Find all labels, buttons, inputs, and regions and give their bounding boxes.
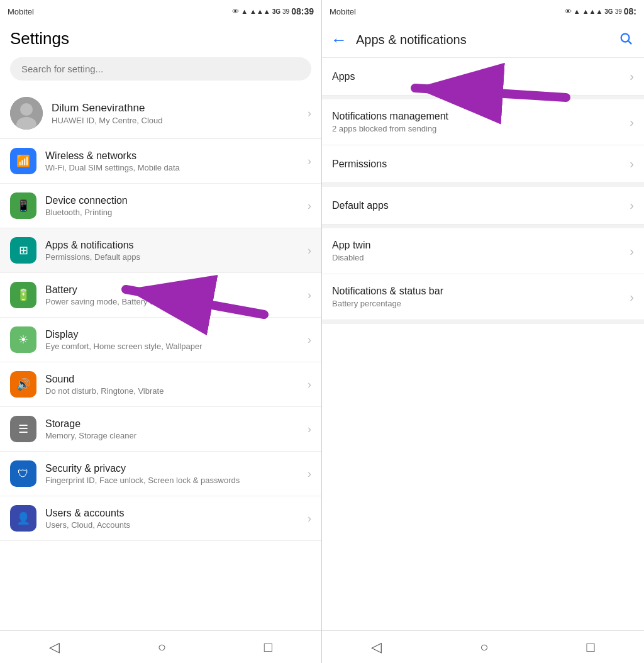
setting-subtitle-wireless: Wi-Fi, Dual SIM settings, Mobile data bbox=[45, 163, 303, 172]
right-item-text-app-twin: App twin Disabled bbox=[332, 240, 625, 262]
nav-back-right[interactable]: ◁ bbox=[358, 634, 394, 660]
setting-text-sound: Sound Do not disturb, Ringtone, Vibrate bbox=[45, 374, 303, 396]
right-chevron-notifications-management: › bbox=[630, 115, 634, 130]
svg-point-1 bbox=[20, 103, 33, 116]
eye-icon-r: 👁 bbox=[565, 8, 572, 15]
time-right: 08: bbox=[624, 6, 636, 16]
setting-subtitle-battery: Power saving mode, Battery usage bbox=[45, 297, 303, 306]
right-chevron-apps: › bbox=[630, 69, 634, 84]
wifi-icon-r: ▲ bbox=[574, 8, 580, 15]
carrier-left: Mobitel bbox=[8, 7, 34, 16]
nav-back-left[interactable]: ◁ bbox=[36, 634, 72, 660]
right-item-notifications-status-bar[interactable]: Notifications & status bar Battery perce… bbox=[322, 274, 644, 320]
right-chevron-notifications-status-bar: › bbox=[630, 290, 634, 304]
icon-battery: 🔋 bbox=[10, 282, 36, 308]
right-item-title-app-twin: App twin bbox=[332, 240, 625, 251]
page-title: Settings bbox=[10, 29, 311, 48]
right-item-app-twin[interactable]: App twin Disabled › bbox=[322, 228, 644, 274]
setting-text-security: Security & privacy Fingerprint ID, Face … bbox=[45, 463, 303, 485]
chevron-apps: › bbox=[308, 244, 311, 257]
right-item-notifications-management[interactable]: Notifications management 2 apps blocked … bbox=[322, 99, 644, 145]
right-item-text-notifications-management: Notifications management 2 apps blocked … bbox=[332, 111, 625, 133]
search-icon-button[interactable] bbox=[613, 26, 639, 54]
setting-title-display: Display bbox=[45, 329, 303, 340]
setting-item-wireless[interactable]: 📶 Wireless & networks Wi-Fi, Dual SIM se… bbox=[0, 139, 321, 184]
right-item-subtitle-notifications-status-bar: Battery percentage bbox=[332, 299, 625, 308]
setting-subtitle-device: Bluetooth, Printing bbox=[45, 208, 303, 217]
right-item-title-apps: Apps bbox=[332, 71, 625, 82]
setting-item-sound[interactable]: 🔊 Sound Do not disturb, Ringtone, Vibrat… bbox=[0, 362, 321, 407]
nav-recent-left[interactable]: □ bbox=[252, 634, 285, 660]
setting-text-wireless: Wireless & networks Wi-Fi, Dual SIM sett… bbox=[45, 150, 303, 172]
chevron-device: › bbox=[308, 199, 311, 213]
bottom-nav-left: ◁ ○ □ bbox=[0, 630, 321, 663]
right-item-apps[interactable]: Apps › bbox=[322, 58, 644, 96]
right-item-permissions[interactable]: Permissions › bbox=[322, 145, 644, 183]
right-item-subtitle-notifications-management: 2 apps blocked from sending bbox=[332, 124, 625, 133]
setting-title-storage: Storage bbox=[45, 418, 303, 430]
right-panel: Mobitel 👁 ▲ ▲▲▲ 3G 39 08: ← Apps & notif… bbox=[322, 0, 644, 663]
setting-item-users[interactable]: 👤 Users & accounts Users, Cloud, Account… bbox=[0, 496, 321, 541]
icon-users: 👤 bbox=[10, 505, 36, 532]
signal-icon-r: ▲▲▲ bbox=[582, 8, 603, 15]
right-item-text-default-apps: Default apps bbox=[332, 200, 625, 211]
search-input[interactable] bbox=[10, 57, 311, 81]
icon-device: 📱 bbox=[10, 192, 36, 219]
network-icon: 3G bbox=[272, 8, 280, 15]
nav-home-left[interactable]: ○ bbox=[145, 634, 179, 660]
right-item-default-apps[interactable]: Default apps › bbox=[322, 187, 644, 225]
wifi-icon: ▲ bbox=[241, 8, 248, 15]
right-item-text-apps: Apps bbox=[332, 71, 625, 82]
setting-title-wireless: Wireless & networks bbox=[45, 150, 303, 162]
setting-subtitle-storage: Memory, Storage cleaner bbox=[45, 431, 303, 440]
icon-sound: 🔊 bbox=[10, 371, 36, 398]
setting-text-users: Users & accounts Users, Cloud, Accounts bbox=[45, 508, 303, 530]
icon-display: ☀ bbox=[10, 326, 36, 353]
icon-apps: ⊞ bbox=[10, 237, 36, 264]
right-section-0: Apps › bbox=[322, 58, 644, 99]
setting-subtitle-apps: Permissions, Default apps bbox=[45, 252, 303, 262]
setting-title-security: Security & privacy bbox=[45, 463, 303, 474]
setting-title-apps: Apps & notifications bbox=[45, 240, 303, 251]
setting-item-battery[interactable]: 🔋 Battery Power saving mode, Battery usa… bbox=[0, 273, 321, 318]
setting-item-security[interactable]: 🛡 Security & privacy Fingerprint ID, Fac… bbox=[0, 452, 321, 496]
nav-recent-right[interactable]: □ bbox=[574, 634, 608, 660]
chevron-battery: › bbox=[308, 289, 311, 302]
search-bar[interactable] bbox=[0, 57, 321, 88]
network-icon-r: 3G bbox=[604, 8, 613, 15]
battery-icon: 39 bbox=[282, 8, 289, 15]
icon-security: 🛡 bbox=[10, 460, 36, 487]
status-bar-right: Mobitel 👁 ▲ ▲▲▲ 3G 39 08: bbox=[322, 0, 644, 23]
setting-text-battery: Battery Power saving mode, Battery usage bbox=[45, 284, 303, 306]
setting-subtitle-display: Eye comfort, Home screen style, Wallpape… bbox=[45, 342, 303, 351]
settings-list: Dilum Senevirathne HUAWEI ID, My Centre,… bbox=[0, 88, 321, 630]
setting-item-display[interactable]: ☀ Display Eye comfort, Home screen style… bbox=[0, 318, 321, 362]
carrier-right: Mobitel bbox=[330, 7, 356, 16]
bottom-nav-right: ◁ ○ □ bbox=[322, 630, 644, 663]
profile-chevron: › bbox=[308, 107, 311, 120]
left-panel: Mobitel 👁 ▲ ▲▲▲ 3G 39 08:39 Settings bbox=[0, 0, 322, 663]
setting-subtitle-users: Users, Cloud, Accounts bbox=[45, 520, 303, 530]
right-item-text-permissions: Permissions bbox=[332, 159, 625, 170]
right-item-title-default-apps: Default apps bbox=[332, 200, 625, 211]
profile-subtitle: HUAWEI ID, My Centre, Cloud bbox=[52, 116, 303, 125]
chevron-wireless: › bbox=[308, 155, 311, 168]
profile-item[interactable]: Dilum Senevirathne HUAWEI ID, My Centre,… bbox=[0, 88, 321, 139]
setting-text-apps: Apps & notifications Permissions, Defaul… bbox=[45, 240, 303, 262]
icon-storage: ☰ bbox=[10, 416, 36, 442]
status-icons-left: 👁 ▲ ▲▲▲ 3G 39 08:39 bbox=[232, 6, 314, 16]
left-items-container: 📶 Wireless & networks Wi-Fi, Dual SIM se… bbox=[0, 139, 321, 541]
right-header: ← Apps & notifications bbox=[322, 23, 644, 58]
right-section-1: Notifications management 2 apps blocked … bbox=[322, 99, 644, 187]
eye-icon: 👁 bbox=[232, 8, 239, 15]
nav-home-right[interactable]: ○ bbox=[467, 634, 501, 660]
chevron-users: › bbox=[308, 512, 311, 525]
setting-item-apps[interactable]: ⊞ Apps & notifications Permissions, Defa… bbox=[0, 228, 321, 273]
back-button[interactable]: ← bbox=[325, 25, 353, 55]
svg-line-4 bbox=[628, 41, 631, 44]
setting-item-device[interactable]: 📱 Device connection Bluetooth, Printing … bbox=[0, 184, 321, 228]
right-section-3: App twin Disabled › Notifications & stat… bbox=[322, 228, 644, 324]
right-item-title-permissions: Permissions bbox=[332, 159, 625, 170]
profile-info: Dilum Senevirathne HUAWEI ID, My Centre,… bbox=[52, 102, 303, 125]
setting-item-storage[interactable]: ☰ Storage Memory, Storage cleaner › bbox=[0, 407, 321, 452]
